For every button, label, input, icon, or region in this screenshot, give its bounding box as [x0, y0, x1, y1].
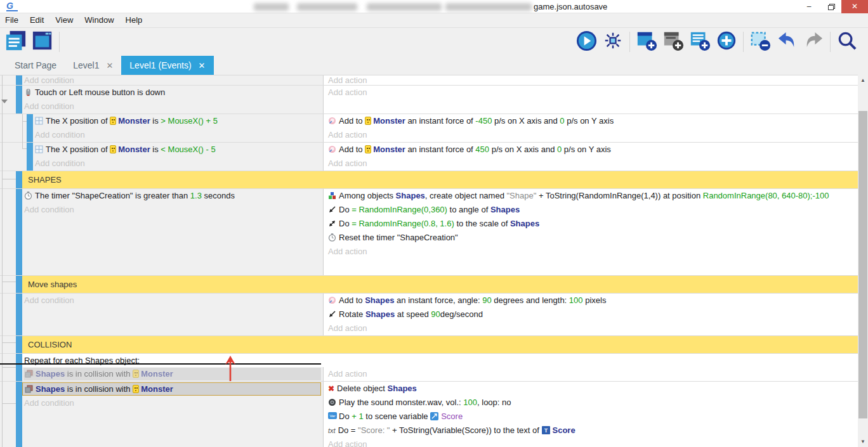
condition-line[interactable]: Shapes is in collision with Monster — [22, 382, 321, 396]
monster-object-icon — [110, 117, 116, 125]
toolbar-debug-button[interactable] — [601, 30, 625, 53]
add-condition-link[interactable]: Add condition — [22, 294, 323, 308]
event-selection-bar[interactable] — [16, 75, 22, 85]
event-selection-bar[interactable] — [16, 86, 22, 113]
add-condition-link[interactable]: Add condition — [22, 75, 323, 85]
event-selection-bar[interactable] — [16, 354, 22, 367]
text-segment: 90 — [431, 309, 440, 319]
text-segment: Do — [339, 219, 352, 228]
event-selection-bar[interactable] — [16, 171, 22, 188]
tab-close-icon[interactable]: ✕ — [106, 61, 113, 70]
toolbar-add-event-button[interactable] — [635, 30, 659, 53]
action-line[interactable]: Add to Monster an instant force of -450 … — [326, 114, 858, 128]
menu-item-view[interactable]: View — [49, 13, 79, 27]
menu-item-window[interactable]: Window — [79, 13, 119, 27]
toolbar-right-group — [574, 30, 859, 53]
tab-level1-events[interactable]: Level1 (Events)✕ — [121, 56, 213, 75]
close-button[interactable]: ✕ — [841, 0, 868, 13]
tab-start-page[interactable]: Start Page — [6, 56, 65, 75]
toolbar-search-button[interactable] — [835, 30, 859, 53]
add-action-link[interactable]: Add action — [326, 75, 858, 85]
action-line[interactable]: VarDo + 1 to scene variable Score — [326, 410, 858, 424]
event-selection-bar[interactable] — [27, 143, 33, 171]
event-row[interactable]: Touch or Left mouse button is downAdd co… — [0, 86, 858, 114]
add-action-link[interactable]: Add action — [326, 321, 858, 335]
event-selection-bar[interactable] — [16, 382, 22, 447]
event-row[interactable]: Shapes is in collision with MonsterAdd c… — [0, 382, 858, 447]
scroll-up-arrow-icon[interactable]: ▲ — [858, 76, 868, 85]
toolbar-events-sheet-button[interactable] — [4, 30, 28, 53]
action-line[interactable]: Add to Shapes an instant force, angle: 9… — [326, 294, 858, 308]
add-action-link[interactable]: Add action — [326, 86, 858, 100]
add-action-link[interactable]: Add action — [326, 128, 858, 142]
add-action-link[interactable]: Add action — [326, 367, 858, 381]
group-header-row[interactable]: SHAPES — [0, 171, 858, 189]
remove-selection-icon — [749, 30, 771, 54]
event-selection-bar[interactable] — [16, 367, 22, 381]
scroll-down-arrow-icon[interactable]: ▼ — [858, 437, 868, 446]
toolbar-add-subevent-button[interactable] — [661, 30, 685, 53]
event-tree-stub — [2, 367, 16, 368]
minimize-button[interactable]: – — [798, 0, 820, 13]
scrollbar-thumb[interactable] — [858, 111, 867, 418]
text-segment: Touch or Left mouse button is down — [35, 87, 165, 97]
toolbar-remove-selection-button[interactable] — [748, 30, 772, 53]
action-line[interactable]: ✖Delete object Shapes — [326, 382, 858, 396]
add-action-link[interactable]: Add action — [326, 245, 858, 259]
condition-line[interactable]: Touch or Left mouse button is down — [22, 86, 323, 100]
restore-button[interactable] — [820, 0, 841, 13]
toolbar-redo-button[interactable] — [801, 30, 825, 53]
action-line[interactable]: Among objects Shapes, create object name… — [326, 189, 858, 203]
repeat-event-row[interactable]: Repeat for each Shapes object: — [0, 354, 858, 367]
text-segment: to angle of — [447, 205, 490, 214]
text-segment: p/s on Y axis — [562, 145, 611, 154]
add-condition-link[interactable]: Add condition — [22, 100, 323, 113]
toolbar-add-comment-button[interactable] — [688, 30, 712, 53]
event-selection-bar[interactable] — [27, 114, 33, 142]
add-condition-link[interactable]: Add condition — [22, 203, 323, 217]
event-row[interactable]: The X position of Monster is > MouseX() … — [0, 114, 858, 143]
toolbar-undo-button[interactable] — [775, 30, 799, 53]
event-row[interactable]: Add conditionAdd to Shapes an instant fo… — [0, 294, 858, 336]
action-line[interactable]: Reset the timer "ShapeCreation" — [326, 231, 858, 245]
add-action-link[interactable]: Add action — [326, 157, 858, 171]
tab-close-icon[interactable]: ✕ — [199, 61, 206, 70]
toolbar-add-other-button[interactable] — [714, 30, 739, 53]
menu-item-help[interactable]: Help — [120, 13, 148, 27]
group-header-row[interactable]: Move shapes — [0, 276, 858, 294]
toolbar-play-button[interactable] — [574, 30, 598, 53]
action-line[interactable]: Play the sound monster.wav, vol.: 100, l… — [326, 396, 858, 410]
event-row[interactable]: The timer "ShapeCreation" is greater tha… — [0, 189, 858, 276]
event-selection-bar[interactable] — [16, 294, 22, 335]
action-line[interactable]: Rotate Shapes at speed 90deg/second — [326, 308, 858, 321]
menu-item-edit[interactable]: Edit — [24, 13, 49, 27]
add-condition-link[interactable]: Add condition — [33, 128, 323, 142]
action-line[interactable]: Do = RandomInRange(0.8, 1.6) to the scal… — [326, 217, 858, 231]
event-selection-bar[interactable] — [16, 276, 22, 293]
vertical-scrollbar[interactable]: ▲ ▼ — [858, 75, 868, 447]
event-row[interactable]: Add conditionShapes is in collision with… — [0, 367, 858, 382]
action-line[interactable]: txtDo = "Score: " + ToString(Variable(Sc… — [326, 424, 858, 437]
toolbar-separator — [830, 32, 831, 52]
add-condition-link[interactable]: Add condition — [22, 396, 323, 410]
event-selection-bar[interactable] — [16, 189, 22, 275]
condition-line[interactable]: The timer "ShapeCreation" is greater tha… — [22, 189, 323, 203]
action-line[interactable]: Add to Monster an instant force of 450 p… — [326, 143, 858, 157]
add-condition-link[interactable]: Add condition — [33, 157, 323, 171]
menu-item-file[interactable]: File — [0, 13, 24, 27]
tab-level1[interactable]: Level1✕ — [65, 56, 121, 75]
event-row[interactable]: The X position of Monster is < MouseX() … — [0, 143, 858, 171]
event-row[interactable]: Add conditionAdd action — [0, 75, 858, 86]
group-header-row[interactable]: COLLISION — [0, 336, 858, 354]
action-line[interactable]: Do = RandomInRange(0,360) to angle of Sh… — [326, 203, 858, 217]
force-icon — [328, 117, 336, 125]
collapse-arrow-icon[interactable] — [1, 100, 8, 103]
toolbar-scene-editor-button[interactable] — [30, 30, 55, 53]
add-action-link[interactable]: Add action — [326, 437, 858, 447]
event-selection-bar[interactable] — [16, 336, 22, 353]
event-tree-stub — [2, 179, 16, 179]
text-segment: Do = — [338, 425, 358, 435]
condition-line[interactable]: The X position of Monster is > MouseX() … — [33, 114, 323, 128]
subevent-tree-line — [22, 114, 23, 148]
condition-line[interactable]: The X position of Monster is < MouseX() … — [33, 143, 323, 157]
